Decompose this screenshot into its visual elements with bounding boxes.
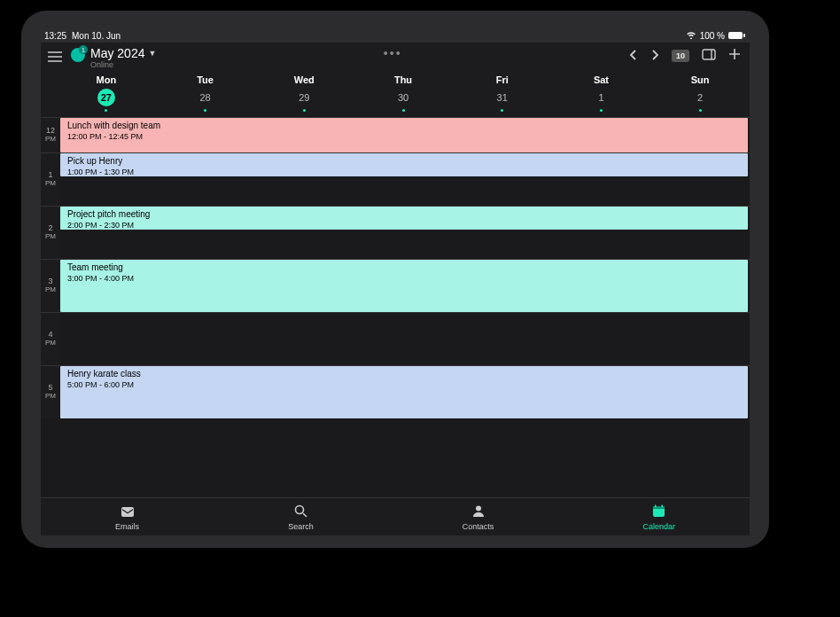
hour-suffix: PM [45, 233, 56, 241]
event-time: 12:00 PM - 12:45 PM [67, 132, 741, 142]
view-mode-button[interactable] [702, 49, 716, 63]
app-content: 1 May 2024 ▼ Online ••• 10 [41, 43, 750, 535]
status-bar-right: 100 % [686, 30, 746, 41]
date-cell[interactable]: 2 [650, 89, 750, 112]
date-cell[interactable]: 30 [354, 89, 453, 112]
mail-icon [121, 505, 135, 520]
hour-row: 3 PM Team meeting 3:00 PM - 4:00 PM [41, 259, 750, 312]
today-button[interactable]: 10 [672, 50, 689, 62]
event-dot-icon [699, 109, 702, 112]
svg-rect-0 [728, 32, 743, 39]
nav-label: Contacts [463, 522, 494, 531]
next-week-button[interactable] [650, 50, 659, 63]
events-column: Project pitch meeting 2:00 PM - 2:30 PM [60, 207, 750, 259]
event-time: 2:00 PM - 2:30 PM [67, 221, 741, 230]
svg-point-7 [476, 506, 481, 512]
nav-label: Emails [115, 522, 139, 531]
status-bar: 13:25 Mon 10. Jun 100 % [41, 30, 750, 43]
event-time: 3:00 PM - 4:00 PM [67, 274, 741, 284]
app-logo[interactable]: 1 [71, 48, 85, 62]
header-left: 1 May 2024 ▼ Online [44, 46, 156, 69]
battery-pct: 100 % [700, 31, 725, 41]
event-title: Lunch with design team [67, 121, 741, 131]
action-dots-icon[interactable]: ••• [384, 46, 402, 60]
header-subtitle: Online [90, 60, 156, 69]
event-title: Henry karate class [67, 369, 741, 379]
hour-label: 1 PM [41, 153, 60, 206]
event-dot-icon [600, 109, 603, 112]
date-cell[interactable]: 27 [57, 89, 156, 112]
tablet-frame: 13:25 Mon 10. Jun 100 % 1 [21, 11, 769, 548]
day-header[interactable]: Thu [354, 74, 453, 85]
dropdown-icon: ▼ [148, 49, 156, 58]
add-event-button[interactable] [728, 48, 741, 64]
title-wrap[interactable]: May 2024 ▼ Online [90, 46, 156, 69]
date-number: 31 [494, 89, 511, 106]
app-header: 1 May 2024 ▼ Online ••• 10 [41, 43, 750, 73]
prev-week-button[interactable] [629, 50, 638, 63]
schedule-grid[interactable]: 12 PM Lunch with design team 12:00 PM - … [41, 117, 750, 497]
event-title: Team meeting [67, 262, 741, 273]
event-dot-icon [204, 109, 206, 112]
hour-row: 1 PM Pick up Henry 1:00 PM - 1:30 PM [41, 152, 750, 206]
hour-label: 3 PM [41, 260, 60, 312]
event-time: 5:00 PM - 6:00 PM [67, 380, 741, 390]
header-title: May 2024 [90, 46, 144, 60]
day-header[interactable]: Wed [254, 74, 354, 85]
header-right: 10 [629, 46, 741, 64]
nav-label: Search [288, 522, 314, 531]
calendar-event[interactable]: Henry karate class 5:00 PM - 6:00 PM [60, 366, 748, 418]
hour-row: 2 PM Project pitch meeting 2:00 PM - 2:3… [41, 206, 750, 259]
nav-emails[interactable]: Emails [115, 505, 139, 531]
hour-suffix: PM [45, 340, 56, 348]
svg-rect-1 [743, 34, 745, 37]
nav-search[interactable]: Search [288, 504, 314, 531]
date-number: 28 [197, 89, 214, 106]
event-title: Project pitch meeting [67, 209, 741, 220]
date-cell[interactable]: 31 [453, 89, 552, 112]
event-dot-icon [501, 109, 503, 112]
event-time: 1:00 PM - 1:30 PM [67, 168, 741, 177]
hour-label: 5 PM [41, 366, 60, 418]
event-title: Pick up Henry [67, 156, 741, 167]
date-number: 1 [592, 89, 610, 106]
day-header[interactable]: Fri [453, 74, 552, 85]
person-icon [472, 504, 485, 520]
day-header[interactable]: Sun [650, 74, 750, 85]
svg-point-5 [295, 506, 303, 514]
status-time: 13:25 [44, 31, 66, 41]
hour-suffix: PM [45, 393, 56, 401]
event-dot-icon [303, 109, 306, 112]
hour-label: 4 PM [41, 313, 60, 365]
date-cell[interactable]: 29 [254, 89, 354, 112]
menu-icon[interactable] [44, 46, 66, 69]
hour-suffix: PM [45, 286, 56, 294]
calendar-icon [652, 504, 665, 520]
hour-row: 4 PM [41, 312, 750, 365]
svg-rect-10 [655, 505, 657, 508]
status-date: Mon 10. Jun [72, 31, 121, 41]
events-column: Team meeting 3:00 PM - 4:00 PM [60, 260, 750, 312]
wifi-icon [686, 30, 696, 41]
svg-rect-4 [121, 507, 134, 517]
week-header-row: Mon Tue Wed Thu Fri Sat Sun [41, 73, 750, 89]
events-column: Pick up Henry 1:00 PM - 1:30 PM [60, 153, 750, 206]
calendar-event[interactable]: Lunch with design team 12:00 PM - 12:45 … [60, 118, 748, 152]
date-number: 27 [97, 89, 115, 106]
hour-suffix: PM [45, 180, 56, 188]
nav-contacts[interactable]: Contacts [463, 504, 494, 531]
date-cell[interactable]: 28 [156, 89, 255, 112]
svg-rect-2 [703, 50, 715, 59]
day-header[interactable]: Mon [57, 74, 156, 85]
svg-line-6 [303, 513, 307, 517]
date-cell[interactable]: 1 [552, 89, 651, 112]
day-header[interactable]: Sat [552, 74, 651, 85]
events-column: Henry karate class 5:00 PM - 6:00 PM [60, 366, 750, 418]
calendar-event[interactable]: Team meeting 3:00 PM - 4:00 PM [60, 260, 748, 312]
calendar-event[interactable]: Pick up Henry 1:00 PM - 1:30 PM [60, 153, 748, 176]
nav-calendar[interactable]: Calendar [642, 504, 675, 531]
event-dot-icon [105, 109, 107, 112]
calendar-event[interactable]: Project pitch meeting 2:00 PM - 2:30 PM [60, 207, 748, 230]
battery-icon [728, 31, 746, 40]
day-header[interactable]: Tue [156, 74, 255, 85]
